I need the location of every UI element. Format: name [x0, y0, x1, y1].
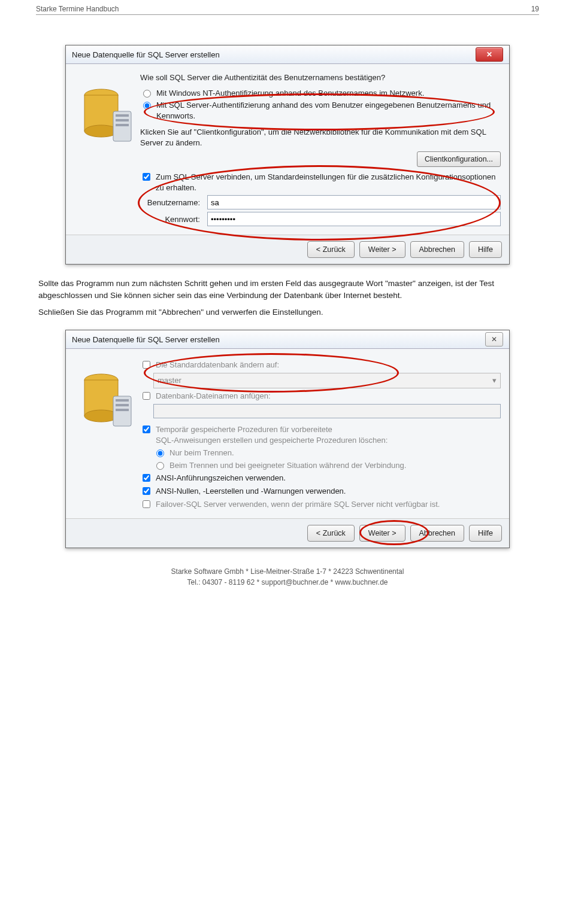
ansi-nulls-label: ANSI-Nullen, -Leerstellen und -Warnungen… — [156, 486, 346, 497]
password-field[interactable] — [207, 212, 501, 226]
close-icon[interactable]: ✕ — [485, 332, 503, 346]
attach-dbfile-field — [153, 404, 501, 418]
clientconfig-text: Klicken Sie auf "Clientkonfiguration", u… — [140, 127, 501, 148]
svg-rect-5 — [116, 119, 129, 121]
dialog-title: Neue Datenquelle für SQL Server erstelle… — [72, 50, 220, 59]
auth-question: Wie soll SQL Server die Authentizität de… — [140, 72, 501, 83]
dialog-sql-db: Neue Datenquelle für SQL Server erstelle… — [65, 330, 510, 548]
ansi-quotes-checkbox[interactable] — [143, 474, 150, 482]
radio-sql-auth[interactable] — [143, 102, 151, 110]
next-button[interactable]: Weiter > — [359, 525, 405, 542]
cancel-button[interactable]: Abbrechen — [410, 525, 464, 542]
change-db-label: Die Standarddatenbank ändern auf: — [156, 360, 279, 370]
password-label: Kennwort: — [140, 214, 202, 225]
chevron-down-icon: ▾ — [492, 375, 497, 386]
username-field[interactable] — [207, 195, 501, 209]
dialog-icon — [74, 72, 140, 229]
header-title: Starke Termine Handbuch — [36, 5, 119, 13]
footer-line2: Tel.: 04307 - 8119 62 * support@buchner.… — [36, 577, 539, 588]
radio-disconnect-and — [156, 462, 164, 470]
ansi-quotes-label: ANSI-Anführungszeichen verwenden. — [156, 473, 286, 484]
body-paragraph-1: Sollte das Programm nun zum nächsten Sch… — [38, 278, 537, 301]
svg-rect-13 — [116, 409, 129, 411]
help-button[interactable]: Hilfe — [469, 241, 502, 258]
connect-label: Zum SQL Server verbinden, um Standardein… — [156, 172, 501, 193]
username-label: Benutzername: — [140, 197, 202, 208]
svg-rect-12 — [116, 404, 129, 406]
svg-rect-6 — [116, 124, 129, 126]
dialog-title: Neue Datenquelle für SQL Server erstelle… — [72, 335, 220, 344]
footer-line1: Starke Software Gmbh * Lise-Meitner-Stra… — [36, 566, 539, 577]
dialog-sql-auth: Neue Datenquelle für SQL Server erstelle… — [65, 45, 510, 265]
failover-checkbox — [143, 500, 150, 508]
help-button[interactable]: Hilfe — [469, 525, 502, 542]
back-button[interactable]: < Zurück — [307, 241, 355, 258]
radio-disconnect-label: Nur beim Trennen. — [170, 448, 234, 458]
radio-disconnect-and-label: Beim Trennen und bei geeigneter Situatio… — [170, 460, 406, 471]
db-select-value: master — [158, 375, 181, 386]
attach-dbfile-checkbox[interactable] — [143, 392, 150, 400]
db-select: master▾ — [153, 373, 501, 388]
attach-dbfile-label: Datenbank-Dateinamen anfügen: — [156, 391, 271, 402]
temp-proc-checkbox — [143, 425, 150, 433]
cancel-button[interactable]: Abbrechen — [410, 241, 464, 258]
next-button[interactable]: Weiter > — [359, 241, 405, 258]
temp-proc-label: Temporär gespeicherte Prozeduren für vor… — [156, 424, 388, 445]
radio-nt-label: Mit Windows NT-Authentifizierung anhand … — [156, 88, 424, 99]
svg-rect-4 — [116, 114, 129, 117]
connect-checkbox[interactable] — [143, 173, 150, 181]
svg-rect-11 — [116, 399, 129, 402]
change-db-checkbox[interactable] — [143, 361, 150, 369]
body-paragraph-2: Schließen Sie das Programm mit "Abbreche… — [38, 306, 537, 318]
close-icon[interactable]: ✕ — [476, 47, 503, 62]
ansi-nulls-checkbox[interactable] — [143, 487, 150, 495]
page-number: 19 — [531, 5, 539, 13]
back-button[interactable]: < Zurück — [307, 525, 355, 542]
failover-label: Failover-SQL Server verwenden, wenn der … — [156, 499, 440, 510]
radio-nt-auth[interactable] — [143, 90, 151, 98]
dialog-icon — [74, 357, 140, 512]
clientconfig-button[interactable]: Clientkonfiguration... — [417, 151, 501, 167]
radio-disconnect-only — [156, 449, 164, 457]
radio-sql-label: Mit SQL Server-Authentifizierung anhand … — [156, 100, 501, 121]
